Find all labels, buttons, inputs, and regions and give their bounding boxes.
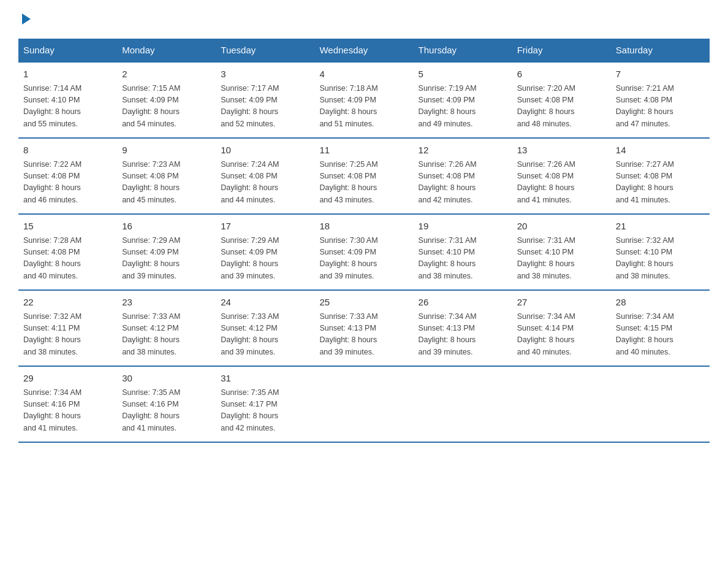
day-number: 18 bbox=[319, 220, 408, 234]
day-info: Sunrise: 7:26 AMSunset: 4:08 PMDaylight:… bbox=[419, 159, 507, 207]
day-number: 26 bbox=[419, 296, 507, 310]
day-cell: 7Sunrise: 7:21 AMSunset: 4:08 PMDaylight… bbox=[611, 62, 710, 138]
day-number: 22 bbox=[23, 296, 112, 310]
day-number: 20 bbox=[517, 220, 606, 234]
day-cell: 11Sunrise: 7:25 AMSunset: 4:08 PMDayligh… bbox=[314, 138, 413, 214]
day-info: Sunrise: 7:26 AMSunset: 4:08 PMDaylight:… bbox=[517, 159, 606, 207]
day-info: Sunrise: 7:35 AMSunset: 4:17 PMDaylight:… bbox=[221, 387, 309, 435]
day-cell: 19Sunrise: 7:31 AMSunset: 4:10 PMDayligh… bbox=[414, 214, 512, 290]
day-cell bbox=[611, 366, 710, 442]
day-cell: 22Sunrise: 7:32 AMSunset: 4:11 PMDayligh… bbox=[18, 290, 117, 366]
day-number: 15 bbox=[23, 220, 112, 234]
day-cell bbox=[512, 366, 611, 442]
day-number: 14 bbox=[616, 144, 705, 158]
day-number: 16 bbox=[122, 220, 211, 234]
day-cell: 6Sunrise: 7:20 AMSunset: 4:08 PMDaylight… bbox=[512, 62, 611, 138]
day-cell: 17Sunrise: 7:29 AMSunset: 4:09 PMDayligh… bbox=[216, 214, 314, 290]
day-cell: 1Sunrise: 7:14 AMSunset: 4:10 PMDaylight… bbox=[18, 62, 117, 138]
day-info: Sunrise: 7:28 AMSunset: 4:08 PMDaylight:… bbox=[23, 235, 112, 283]
day-number: 19 bbox=[419, 220, 507, 234]
day-info: Sunrise: 7:17 AMSunset: 4:09 PMDaylight:… bbox=[221, 83, 309, 131]
day-number: 5 bbox=[419, 67, 507, 82]
week-row-5: 29Sunrise: 7:34 AMSunset: 4:16 PMDayligh… bbox=[18, 366, 710, 442]
day-info: Sunrise: 7:33 AMSunset: 4:12 PMDaylight:… bbox=[122, 311, 211, 359]
day-info: Sunrise: 7:32 AMSunset: 4:11 PMDaylight:… bbox=[23, 311, 112, 359]
day-info: Sunrise: 7:29 AMSunset: 4:09 PMDaylight:… bbox=[122, 235, 211, 283]
logo bbox=[18, 12, 40, 28]
day-info: Sunrise: 7:14 AMSunset: 4:10 PMDaylight:… bbox=[23, 83, 112, 131]
day-cell: 31Sunrise: 7:35 AMSunset: 4:17 PMDayligh… bbox=[216, 366, 314, 442]
day-info: Sunrise: 7:23 AMSunset: 4:08 PMDaylight:… bbox=[122, 159, 211, 207]
week-row-2: 8Sunrise: 7:22 AMSunset: 4:08 PMDaylight… bbox=[18, 138, 710, 214]
day-info: Sunrise: 7:21 AMSunset: 4:08 PMDaylight:… bbox=[616, 83, 705, 131]
header-cell-thursday: Thursday bbox=[414, 39, 512, 62]
day-number: 6 bbox=[517, 67, 606, 82]
day-info: Sunrise: 7:34 AMSunset: 4:16 PMDaylight:… bbox=[23, 387, 112, 435]
week-row-4: 22Sunrise: 7:32 AMSunset: 4:11 PMDayligh… bbox=[18, 290, 710, 366]
header-cell-saturday: Saturday bbox=[611, 39, 710, 62]
page-header bbox=[18, 12, 710, 28]
day-number: 23 bbox=[122, 296, 211, 310]
day-info: Sunrise: 7:18 AMSunset: 4:09 PMDaylight:… bbox=[319, 83, 408, 131]
day-info: Sunrise: 7:27 AMSunset: 4:08 PMDaylight:… bbox=[616, 159, 705, 207]
day-number: 4 bbox=[319, 67, 408, 82]
day-number: 2 bbox=[122, 67, 211, 82]
day-info: Sunrise: 7:19 AMSunset: 4:09 PMDaylight:… bbox=[419, 83, 507, 131]
day-info: Sunrise: 7:29 AMSunset: 4:09 PMDaylight:… bbox=[221, 235, 309, 283]
day-cell: 12Sunrise: 7:26 AMSunset: 4:08 PMDayligh… bbox=[414, 138, 512, 214]
day-number: 17 bbox=[221, 220, 309, 234]
calendar-table: SundayMondayTuesdayWednesdayThursdayFrid… bbox=[18, 39, 710, 443]
day-cell: 5Sunrise: 7:19 AMSunset: 4:09 PMDaylight… bbox=[414, 62, 512, 138]
day-number: 13 bbox=[517, 144, 606, 158]
day-number: 10 bbox=[221, 144, 309, 158]
day-number: 24 bbox=[221, 296, 309, 310]
logo-arrow-icon bbox=[20, 12, 33, 26]
day-cell: 27Sunrise: 7:34 AMSunset: 4:14 PMDayligh… bbox=[512, 290, 611, 366]
day-number: 8 bbox=[23, 144, 112, 158]
week-row-1: 1Sunrise: 7:14 AMSunset: 4:10 PMDaylight… bbox=[18, 62, 710, 138]
day-cell: 15Sunrise: 7:28 AMSunset: 4:08 PMDayligh… bbox=[18, 214, 117, 290]
day-info: Sunrise: 7:34 AMSunset: 4:13 PMDaylight:… bbox=[419, 311, 507, 359]
day-number: 1 bbox=[23, 67, 112, 82]
day-cell bbox=[314, 366, 413, 442]
day-info: Sunrise: 7:31 AMSunset: 4:10 PMDaylight:… bbox=[517, 235, 606, 283]
day-cell: 26Sunrise: 7:34 AMSunset: 4:13 PMDayligh… bbox=[414, 290, 512, 366]
day-cell: 28Sunrise: 7:34 AMSunset: 4:15 PMDayligh… bbox=[611, 290, 710, 366]
day-cell: 21Sunrise: 7:32 AMSunset: 4:10 PMDayligh… bbox=[611, 214, 710, 290]
header-cell-wednesday: Wednesday bbox=[314, 39, 413, 62]
day-cell: 16Sunrise: 7:29 AMSunset: 4:09 PMDayligh… bbox=[117, 214, 216, 290]
day-cell: 20Sunrise: 7:31 AMSunset: 4:10 PMDayligh… bbox=[512, 214, 611, 290]
day-info: Sunrise: 7:15 AMSunset: 4:09 PMDaylight:… bbox=[122, 83, 211, 131]
day-info: Sunrise: 7:20 AMSunset: 4:08 PMDaylight:… bbox=[517, 83, 606, 131]
day-cell: 13Sunrise: 7:26 AMSunset: 4:08 PMDayligh… bbox=[512, 138, 611, 214]
day-info: Sunrise: 7:22 AMSunset: 4:08 PMDaylight:… bbox=[23, 159, 112, 207]
day-number: 3 bbox=[221, 67, 309, 82]
header-cell-friday: Friday bbox=[512, 39, 611, 62]
header-cell-sunday: Sunday bbox=[18, 39, 117, 62]
day-cell: 14Sunrise: 7:27 AMSunset: 4:08 PMDayligh… bbox=[611, 138, 710, 214]
day-info: Sunrise: 7:35 AMSunset: 4:16 PMDaylight:… bbox=[122, 387, 211, 435]
day-info: Sunrise: 7:24 AMSunset: 4:08 PMDaylight:… bbox=[221, 159, 309, 207]
day-info: Sunrise: 7:30 AMSunset: 4:09 PMDaylight:… bbox=[319, 235, 408, 283]
day-cell: 3Sunrise: 7:17 AMSunset: 4:09 PMDaylight… bbox=[216, 62, 314, 138]
calendar-header: SundayMondayTuesdayWednesdayThursdayFrid… bbox=[18, 39, 710, 62]
day-number: 28 bbox=[616, 296, 705, 310]
day-info: Sunrise: 7:32 AMSunset: 4:10 PMDaylight:… bbox=[616, 235, 705, 283]
day-cell: 29Sunrise: 7:34 AMSunset: 4:16 PMDayligh… bbox=[18, 366, 117, 442]
calendar-body: 1Sunrise: 7:14 AMSunset: 4:10 PMDaylight… bbox=[18, 62, 710, 442]
day-number: 25 bbox=[319, 296, 408, 310]
day-number: 27 bbox=[517, 296, 606, 310]
day-info: Sunrise: 7:34 AMSunset: 4:15 PMDaylight:… bbox=[616, 311, 705, 359]
day-cell: 10Sunrise: 7:24 AMSunset: 4:08 PMDayligh… bbox=[216, 138, 314, 214]
day-number: 11 bbox=[319, 144, 408, 158]
day-cell: 30Sunrise: 7:35 AMSunset: 4:16 PMDayligh… bbox=[117, 366, 216, 442]
day-cell: 8Sunrise: 7:22 AMSunset: 4:08 PMDaylight… bbox=[18, 138, 117, 214]
day-cell: 24Sunrise: 7:33 AMSunset: 4:12 PMDayligh… bbox=[216, 290, 314, 366]
day-cell: 4Sunrise: 7:18 AMSunset: 4:09 PMDaylight… bbox=[314, 62, 413, 138]
header-cell-monday: Monday bbox=[117, 39, 216, 62]
week-row-3: 15Sunrise: 7:28 AMSunset: 4:08 PMDayligh… bbox=[18, 214, 710, 290]
day-number: 7 bbox=[616, 67, 705, 82]
day-info: Sunrise: 7:33 AMSunset: 4:13 PMDaylight:… bbox=[319, 311, 408, 359]
day-cell: 9Sunrise: 7:23 AMSunset: 4:08 PMDaylight… bbox=[117, 138, 216, 214]
day-number: 9 bbox=[122, 144, 211, 158]
